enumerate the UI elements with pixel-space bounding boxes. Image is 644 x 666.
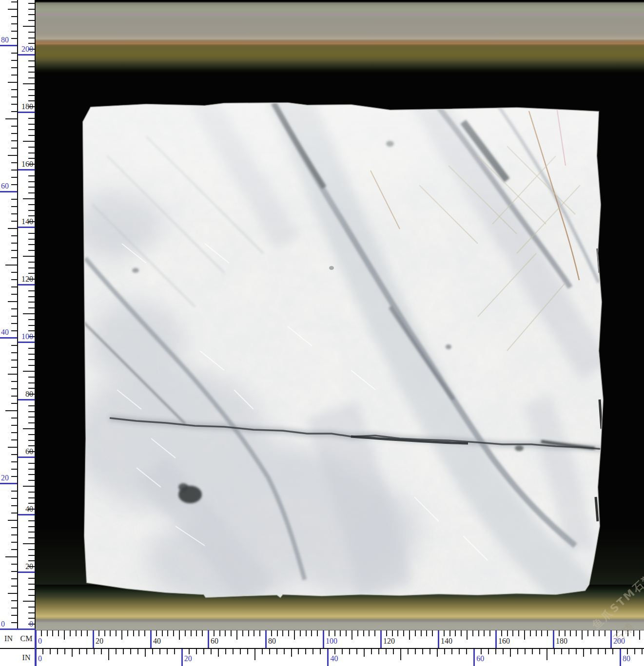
horizontal-ruler-inches: 020406080	[35, 649, 644, 666]
ruler-tick	[616, 630, 617, 636]
ruler-tick	[137, 649, 138, 654]
ruler-tick	[11, 206, 17, 207]
ruler-tick	[11, 571, 17, 572]
ruler-tick	[28, 463, 35, 464]
ruler-tick	[28, 175, 35, 176]
ruler-tick	[536, 630, 537, 636]
ruler-tick	[346, 630, 347, 636]
ruler-tick	[525, 649, 526, 654]
ruler-tick	[28, 595, 35, 596]
ruler-tick	[378, 649, 379, 654]
ruler-tick	[28, 181, 35, 182]
ruler-tick	[271, 630, 272, 636]
ruler-tick	[28, 319, 35, 320]
ruler-label: 180	[556, 637, 567, 645]
ruler-tick	[429, 649, 430, 654]
ruler-tick	[386, 630, 387, 636]
ruler-tick	[568, 649, 569, 654]
ruler-tick	[225, 630, 226, 636]
ruler-tick	[28, 43, 35, 44]
ruler-label: 120	[21, 275, 33, 283]
ruler-label: 100	[326, 637, 337, 645]
ruler-tick	[138, 630, 139, 636]
ruler-major-mark	[553, 630, 554, 648]
ruler-tick	[81, 630, 82, 636]
ruler-tick	[196, 649, 197, 654]
ruler-tick	[11, 586, 17, 587]
ruler-tick	[225, 649, 226, 654]
ruler-tick	[351, 630, 352, 640]
ruler-tick	[510, 649, 511, 657]
ruler-major-mark	[18, 399, 35, 400]
ruler-tick	[28, 239, 35, 240]
ruler-tick	[284, 649, 285, 654]
ruler-tick	[41, 630, 42, 636]
ruler-tick	[121, 630, 122, 640]
ruler-tick	[196, 630, 197, 636]
ruler-tick	[167, 649, 168, 654]
ruler-label: 60	[211, 637, 218, 645]
ruler-tick	[642, 649, 643, 654]
ruler-tick	[28, 38, 35, 38]
ruler-tick	[47, 630, 48, 636]
ruler-tick	[189, 649, 190, 654]
ruler-tick	[28, 348, 35, 349]
ruler-tick	[288, 630, 289, 636]
ruler-tick	[455, 630, 456, 636]
ruler-tick	[162, 630, 163, 636]
ruler-tick	[576, 630, 577, 636]
ruler-major-mark	[18, 169, 35, 171]
ruler-major-mark	[208, 630, 209, 648]
ruler-tick	[11, 148, 17, 149]
ruler-tick	[156, 630, 157, 636]
ruler-tick	[11, 184, 17, 185]
ruler-tick	[329, 630, 330, 636]
ruler-label: 200	[21, 45, 33, 53]
ruler-tick	[28, 584, 35, 585]
ruler-tick	[320, 649, 321, 654]
ruler-tick	[28, 135, 35, 136]
ruler-tick	[11, 461, 17, 462]
ruler-tick	[28, 215, 35, 216]
ruler-label: 160	[498, 637, 510, 645]
ruler-tick	[11, 418, 17, 419]
ruler-tick	[28, 382, 35, 383]
ruler-tick	[11, 432, 17, 433]
ruler-tick	[11, 352, 17, 353]
ruler-tick	[52, 630, 53, 636]
ruler-tick	[144, 630, 145, 636]
ruler-tick	[262, 649, 263, 654]
ruler-label: 20	[25, 563, 33, 571]
ruler-tick	[28, 607, 35, 608]
ruler-label: 140	[21, 218, 33, 226]
ruler-tick	[11, 96, 17, 97]
ruler-tick	[42, 649, 43, 654]
ruler-tick	[28, 526, 35, 527]
ruler-tick	[116, 630, 117, 636]
ruler-tick	[28, 262, 35, 263]
ruler-tick	[489, 630, 490, 636]
ruler-tick	[11, 622, 17, 623]
ruler-tick	[28, 273, 35, 274]
ruler-tick	[28, 440, 35, 441]
ruler-tick	[28, 354, 35, 355]
ruler-tick	[11, 235, 17, 236]
ruler-tick	[28, 14, 35, 15]
vertical-ruler-centimeters: 020406080100120140160180200	[18, 0, 35, 630]
ruler-tick	[5, 556, 17, 557]
ruler-tick	[530, 630, 531, 636]
ruler-tick	[634, 649, 635, 654]
ruler-tick	[28, 497, 35, 498]
ruler-tick	[11, 1, 17, 2]
ruler-tick	[76, 630, 77, 636]
ruler-tick	[587, 630, 588, 636]
ruler-tick	[28, 210, 35, 211]
ruler-tick	[28, 72, 35, 73]
ruler-tick	[11, 403, 17, 404]
ruler-tick	[28, 474, 35, 475]
ruler-tick	[8, 301, 17, 302]
ruler-tick	[173, 630, 174, 636]
ruler-major-mark	[181, 649, 183, 666]
ruler-tick	[444, 649, 445, 654]
ruler-tick	[432, 630, 433, 636]
